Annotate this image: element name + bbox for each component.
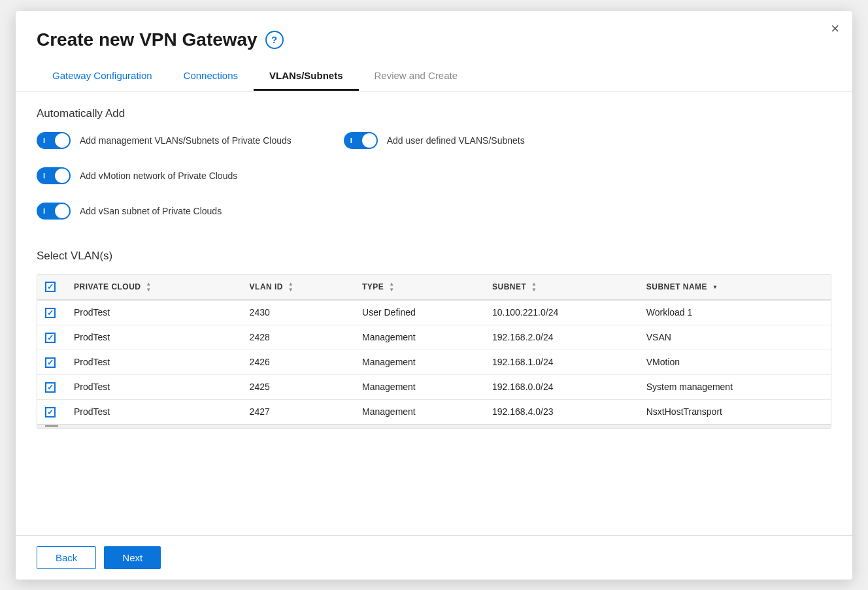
select-vlan-section: Select VLAN(s) ✓ PRIVATE CLOUD [37, 250, 831, 429]
auto-add-title: Automatically Add [37, 107, 831, 120]
header-checkmark-icon: ✓ [47, 282, 54, 291]
left-toggles: I Add management VLANs/Subnets of Privat… [37, 132, 292, 229]
checkmark-icon: ✓ [47, 309, 54, 317]
toggle-row-vmotion: I Add vMotion network of Private Clouds [37, 167, 292, 184]
cell-vlan-id: 2430 [242, 300, 354, 325]
tab-gateway-config[interactable]: Gateway Configuration [37, 63, 168, 91]
toggle-knob [55, 133, 69, 148]
toggle-knob [55, 204, 69, 218]
cell-vlan-id: 2425 [242, 374, 354, 399]
toggle-row-mgmt: I Add management VLANs/Subnets of Privat… [37, 132, 292, 149]
table-row: ✓ ProdTest 2430 User Defined 10.100.221.… [37, 300, 831, 325]
toggle-label-vmotion: Add vMotion network of Private Clouds [80, 171, 237, 181]
close-button[interactable]: × [831, 22, 839, 36]
table-header-row: ✓ PRIVATE CLOUD ▲ ▼ V [37, 275, 831, 300]
vlan-table: ✓ PRIVATE CLOUD ▲ ▼ V [37, 275, 831, 424]
toggle-vsan[interactable]: I [37, 203, 71, 220]
back-button[interactable]: Back [37, 546, 96, 569]
toggle-knob [55, 169, 69, 183]
row-checkbox-4[interactable]: ✓ [45, 407, 56, 418]
checkmark-icon: ✓ [47, 334, 54, 342]
title-row: Create new VPN Gateway ? [37, 29, 831, 50]
cell-private-cloud: ProdTest [66, 374, 242, 399]
auto-add-toggles: I Add management VLANs/Subnets of Privat… [37, 132, 831, 229]
cell-private-cloud: ProdTest [66, 325, 242, 350]
row-checkbox-0[interactable]: ✓ [45, 308, 56, 318]
cell-type: User Defined [354, 300, 484, 325]
row-checkbox-3[interactable]: ✓ [45, 382, 56, 393]
col-subnet-name[interactable]: SUBNET NAME ▼ [639, 275, 831, 300]
sort-icon-subnet: ▲ ▼ [531, 282, 537, 293]
cell-type: Management [354, 374, 484, 399]
row-checkbox-cell: ✓ [37, 325, 66, 350]
cell-subnet: 192.168.2.0/24 [484, 325, 639, 350]
cell-vlan-id: 2428 [242, 325, 354, 350]
next-button[interactable]: Next [104, 546, 161, 569]
dialog-header: Create new VPN Gateway ? × Gateway Confi… [16, 11, 852, 91]
table-row: ✓ ProdTest 2427 Management 192.168.4.0/2… [37, 399, 831, 424]
toggle-row-vsan: I Add vSan subnet of Private Clouds [37, 203, 292, 220]
toggle-label-vsan: Add vSan subnet of Private Clouds [80, 206, 222, 216]
cell-subnet-name: System management [639, 374, 831, 399]
table-footer-bar [37, 424, 831, 428]
toggle-row-user-defined: I Add user defined VLANS/Subnets [344, 132, 525, 149]
row-checkbox-cell: ✓ [37, 300, 66, 325]
select-vlan-title: Select VLAN(s) [37, 250, 831, 263]
table-row: ✓ ProdTest 2428 Management 192.168.2.0/2… [37, 325, 831, 350]
tab-vlans-subnets[interactable]: VLANs/Subnets [254, 63, 359, 91]
dialog-title: Create new VPN Gateway [37, 29, 258, 50]
row-checkbox-2[interactable]: ✓ [45, 357, 56, 368]
cell-private-cloud: ProdTest [66, 350, 242, 374]
toggle-mgmt-vlans[interactable]: I [37, 132, 71, 149]
col-type[interactable]: TYPE ▲ ▼ [354, 275, 484, 300]
toggle-user-defined[interactable]: I [344, 132, 378, 149]
toggle-label-mgmt: Add management VLANs/Subnets of Private … [80, 135, 292, 146]
dialog-footer: Back Next [16, 535, 852, 580]
cell-type: Management [354, 399, 484, 424]
cell-subnet: 192.168.4.0/23 [484, 399, 639, 424]
cell-type: Management [354, 350, 484, 374]
cell-private-cloud: ProdTest [66, 399, 242, 424]
create-vpn-gateway-dialog: Create new VPN Gateway ? × Gateway Confi… [16, 11, 852, 580]
toggle-i-icon: I [43, 137, 45, 144]
cell-private-cloud: ProdTest [66, 300, 242, 325]
toggle-i-icon: I [43, 207, 45, 215]
checkmark-icon: ✓ [47, 384, 54, 391]
cell-vlan-id: 2426 [242, 350, 354, 374]
col-subnet[interactable]: SUBNET ▲ ▼ [484, 275, 639, 300]
sort-icon-subnet-name: ▼ [712, 285, 718, 290]
checkmark-icon: ✓ [47, 359, 54, 367]
col-vlan-id[interactable]: VLAN ID ▲ ▼ [242, 275, 354, 300]
tab-connections[interactable]: Connections [168, 63, 254, 91]
toggle-knob [362, 133, 376, 148]
row-checkbox-cell: ✓ [37, 350, 66, 374]
table-footer-dash [45, 425, 58, 427]
cell-type: Management [354, 325, 484, 350]
cell-subnet: 10.100.221.0/24 [484, 300, 639, 325]
header-checkbox[interactable]: ✓ [45, 282, 56, 292]
auto-add-section: Automatically Add I Add management VLANs… [37, 107, 831, 229]
wizard-tabs: Gateway Configuration Connections VLANs/… [37, 63, 831, 91]
cell-subnet-name: VSAN [639, 325, 831, 350]
vlan-table-container: ✓ PRIVATE CLOUD ▲ ▼ V [37, 274, 831, 429]
cell-subnet: 192.168.1.0/24 [484, 350, 639, 374]
tab-review-create: Review and Create [359, 63, 474, 91]
toggle-i-icon: I [350, 137, 352, 144]
cell-vlan-id: 2427 [242, 399, 354, 424]
cell-subnet-name: Workload 1 [639, 300, 831, 325]
col-private-cloud[interactable]: PRIVATE CLOUD ▲ ▼ [66, 275, 242, 300]
table-row: ✓ ProdTest 2425 Management 192.168.0.0/2… [37, 374, 831, 399]
cell-subnet-name: NsxtHostTransport [639, 399, 831, 424]
table-row: ✓ ProdTest 2426 Management 192.168.1.0/2… [37, 350, 831, 374]
toggle-label-user-defined: Add user defined VLANS/Subnets [387, 135, 525, 146]
header-checkbox-cell: ✓ [37, 275, 66, 300]
row-checkbox-1[interactable]: ✓ [45, 333, 56, 343]
cell-subnet: 192.168.0.0/24 [484, 374, 639, 399]
row-checkbox-cell: ✓ [37, 399, 66, 424]
row-checkbox-cell: ✓ [37, 374, 66, 399]
help-icon[interactable]: ? [265, 31, 284, 49]
sort-icon-type: ▲ ▼ [389, 282, 394, 293]
cell-subnet-name: VMotion [639, 350, 831, 374]
vlan-table-body: ✓ ProdTest 2430 User Defined 10.100.221.… [37, 300, 831, 424]
toggle-vmotion[interactable]: I [37, 167, 71, 184]
